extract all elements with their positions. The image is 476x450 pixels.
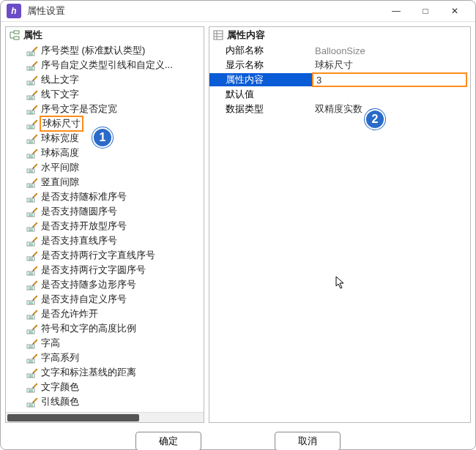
- tree-item[interactable]: 文字颜色: [9, 380, 201, 394]
- property-row[interactable]: 默认值: [209, 87, 470, 102]
- tree-item-label: 字高: [41, 337, 60, 350]
- tree-item[interactable]: 是否允许炸开: [9, 307, 201, 321]
- property-icon: [26, 118, 38, 130]
- close-button[interactable]: ✕: [440, 1, 469, 21]
- tree-item-label: 文字颜色: [41, 380, 79, 394]
- horizontal-scrollbar[interactable]: [6, 412, 204, 422]
- maximize-button[interactable]: □: [411, 1, 440, 21]
- tree-item-label: 符号和文字的高度比例: [41, 322, 136, 335]
- tree-item[interactable]: 引线颜色: [9, 394, 201, 409]
- tree-item-label: 是否支持随圆序号: [41, 205, 117, 218]
- app-icon: h: [7, 4, 21, 18]
- properties-tree-pane: 属性 序号类型 (标准默认类型) 序号自定义类型引线和自定义... 线上文字 线…: [5, 26, 204, 423]
- ok-button[interactable]: 确定: [135, 432, 201, 450]
- tree-item-label: 是否支持两行文字圆序号: [41, 263, 146, 277]
- tree-item[interactable]: 序号文字是否定宽: [9, 102, 201, 116]
- minimize-button[interactable]: —: [382, 1, 411, 21]
- tree-item-label: 序号类型 (标准默认类型): [41, 44, 145, 57]
- tree-item[interactable]: 字高系列: [9, 350, 201, 365]
- grid-icon: [212, 30, 224, 40]
- property-icon: [26, 132, 38, 144]
- tree-item-label: 是否支持随标准序号: [41, 190, 127, 203]
- property-row[interactable]: 显示名称球标尺寸: [209, 58, 470, 72]
- property-icon: [26, 176, 38, 188]
- annotation-badge-2: 2: [365, 109, 385, 130]
- cursor-icon: [335, 276, 346, 289]
- property-icon: [26, 191, 38, 203]
- property-content-title: 属性内容: [227, 29, 265, 42]
- tree-item-label: 球标尺寸: [40, 116, 83, 132]
- property-table: 内部名称BalloonSize显示名称球标尺寸属性内容3默认值数据类型双精度实数: [209, 43, 470, 116]
- tree-item-label: 竖直间隙: [41, 176, 79, 189]
- tree-item[interactable]: 是否支持两行文字直线序号: [9, 248, 201, 263]
- dialog-buttons: 确定 取消: [5, 423, 471, 450]
- property-icon: [26, 293, 38, 305]
- tree-item-label: 线下文字: [41, 88, 79, 101]
- tree-item-label: 是否允许炸开: [41, 307, 98, 320]
- scrollbar-thumb[interactable]: [7, 414, 139, 421]
- tree-item-label: 是否支持两行文字直线序号: [41, 249, 155, 262]
- svg-rect-75: [214, 31, 223, 40]
- tree-item-label: 水平间隙: [41, 161, 79, 174]
- tree-item[interactable]: 文字和标注基线的距离: [9, 365, 201, 380]
- property-icon: [26, 381, 38, 393]
- tree-item[interactable]: 是否支持开放型序号: [9, 219, 201, 233]
- property-icon: [26, 74, 38, 86]
- property-icon: [26, 220, 38, 232]
- property-key: 显示名称: [209, 59, 312, 72]
- tree-item[interactable]: 序号自定义类型引线和自定义...: [9, 58, 201, 72]
- property-icon: [26, 235, 38, 247]
- tree-item-label: 文字和标注基线的距离: [41, 366, 136, 379]
- tree-item-label: 序号文字是否定宽: [41, 102, 117, 116]
- annotation-badge-1: 1: [92, 127, 113, 148]
- tree-item[interactable]: 序号类型 (标准默认类型): [9, 43, 201, 58]
- property-icon: [26, 323, 38, 334]
- property-row[interactable]: 属性内容3: [209, 72, 470, 87]
- window-title: 属性设置: [27, 4, 382, 18]
- tree-item[interactable]: 是否支持两行文字圆序号: [9, 263, 201, 277]
- property-icon: [26, 45, 38, 56]
- property-icon: [26, 337, 38, 349]
- tree-item[interactable]: 水平间隙: [9, 160, 201, 175]
- tree-item-label: 球标高度: [41, 146, 79, 160]
- tree-item[interactable]: 是否支持随标准序号: [9, 190, 201, 204]
- tree-item[interactable]: 竖直间隙: [9, 175, 201, 190]
- property-value-input[interactable]: 3: [312, 72, 467, 87]
- tree-item[interactable]: 球标高度: [9, 146, 201, 160]
- property-row[interactable]: 数据类型双精度实数: [209, 102, 470, 116]
- properties-tree-title: 属性: [23, 29, 42, 42]
- tree-item[interactable]: 字高: [9, 336, 201, 350]
- properties-tree[interactable]: 序号类型 (标准默认类型) 序号自定义类型引线和自定义... 线上文字 线下文字…: [6, 43, 204, 412]
- tree-item[interactable]: 是否支持随圆序号: [9, 204, 201, 219]
- property-row[interactable]: 内部名称BalloonSize: [209, 43, 470, 58]
- property-value: BalloonSize: [312, 45, 470, 56]
- property-value: 球标尺寸: [312, 59, 470, 72]
- tree-item-label: 是否支持随多边形序号: [41, 278, 136, 291]
- property-key: 内部名称: [209, 44, 312, 57]
- tree-item-label: 序号自定义类型引线和自定义...: [41, 59, 173, 72]
- panes: 属性 序号类型 (标准默认类型) 序号自定义类型引线和自定义... 线上文字 线…: [5, 26, 471, 423]
- tree-item[interactable]: 线上文字: [9, 72, 201, 87]
- titlebar: h 属性设置 — □ ✕: [1, 1, 475, 22]
- tree-item-label: 是否支持自定义序号: [41, 293, 127, 306]
- tree-item[interactable]: 是否支持自定义序号: [9, 292, 201, 307]
- tree-item[interactable]: 是否支持随多边形序号: [9, 277, 201, 292]
- tree-item[interactable]: 线下文字: [9, 87, 201, 102]
- property-icon: [26, 162, 38, 173]
- tree-item[interactable]: 是否支持直线序号: [9, 233, 201, 248]
- tree-root-icon: [9, 30, 21, 40]
- tree-item-label: 字高系列: [41, 351, 79, 364]
- property-icon: [26, 279, 38, 290]
- properties-tree-header: 属性: [6, 27, 204, 43]
- property-icon: [26, 206, 38, 217]
- tree-item-label: 是否支持直线序号: [41, 234, 117, 247]
- property-icon: [26, 264, 38, 276]
- property-icon: [26, 250, 38, 261]
- tree-item[interactable]: 符号和文字的高度比例: [9, 321, 201, 336]
- property-icon: [26, 396, 38, 408]
- property-icon: [26, 89, 38, 100]
- property-icon: [26, 308, 38, 320]
- property-key: 数据类型: [209, 102, 312, 116]
- property-icon: [26, 59, 38, 71]
- cancel-button[interactable]: 取消: [275, 432, 341, 450]
